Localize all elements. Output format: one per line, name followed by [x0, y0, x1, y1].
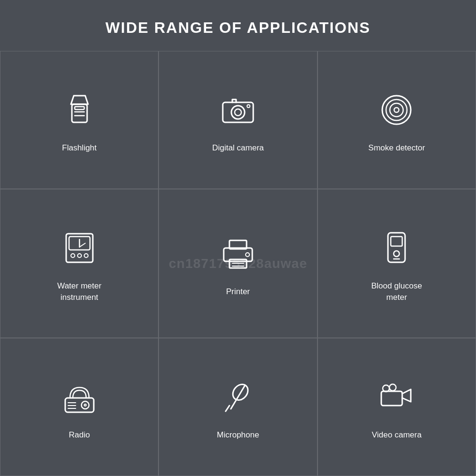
svg-rect-38: [381, 391, 402, 406]
microphone-label: Microphone: [217, 429, 259, 441]
svg-point-5: [231, 106, 245, 119]
videocam-icon: [373, 373, 420, 421]
svg-point-40: [389, 384, 396, 391]
glucose-icon: [373, 224, 420, 272]
cell-flashlight: Flashlight: [0, 51, 159, 189]
smoke-label: Smoke detector: [368, 142, 425, 154]
svg-point-18: [84, 254, 88, 258]
videocam-label: Video camera: [372, 429, 422, 441]
cell-glucose: Blood glucose meter: [317, 189, 476, 338]
cell-radio: Radio: [0, 338, 159, 476]
page-title: WIDE RANGE OF APPLICATIONS: [96, 0, 380, 51]
printer-icon: [214, 230, 262, 278]
svg-point-27: [394, 251, 399, 257]
cell-printer: Printer: [159, 189, 317, 338]
svg-point-33: [81, 401, 89, 409]
cell-microphone: Microphone: [159, 338, 317, 476]
cell-camera: Digital camera: [159, 51, 317, 189]
svg-point-34: [84, 404, 86, 406]
svg-rect-26: [391, 237, 402, 246]
svg-point-11: [394, 108, 399, 112]
meter-label: Water meter instrument: [57, 280, 101, 303]
cell-meter: Water meter instrument: [0, 189, 159, 338]
svg-point-17: [78, 254, 81, 258]
camera-icon: [214, 86, 262, 134]
radio-label: Radio: [69, 429, 89, 441]
svg-point-7: [247, 105, 250, 108]
svg-point-9: [386, 99, 407, 120]
cell-videocam: Video camera: [317, 338, 476, 476]
svg-line-15: [79, 243, 85, 247]
camera-label: Digital camera: [212, 142, 264, 154]
microphone-icon: [214, 373, 262, 421]
svg-point-10: [390, 103, 403, 117]
meter-icon: [56, 224, 103, 272]
svg-point-6: [235, 109, 241, 116]
svg-line-37: [226, 406, 229, 411]
smoke-icon: [373, 86, 420, 134]
printer-label: Printer: [226, 286, 250, 298]
flashlight-icon: [56, 86, 103, 134]
glucose-label: Blood glucose meter: [371, 280, 422, 303]
svg-rect-1: [75, 107, 84, 109]
svg-point-24: [246, 253, 249, 257]
applications-grid: cn1871795128auwae Flashlight: [0, 51, 476, 476]
radio-icon: [56, 373, 103, 421]
flashlight-label: Flashlight: [62, 142, 97, 154]
cell-smoke: Smoke detector: [317, 51, 476, 189]
svg-point-16: [71, 254, 75, 258]
